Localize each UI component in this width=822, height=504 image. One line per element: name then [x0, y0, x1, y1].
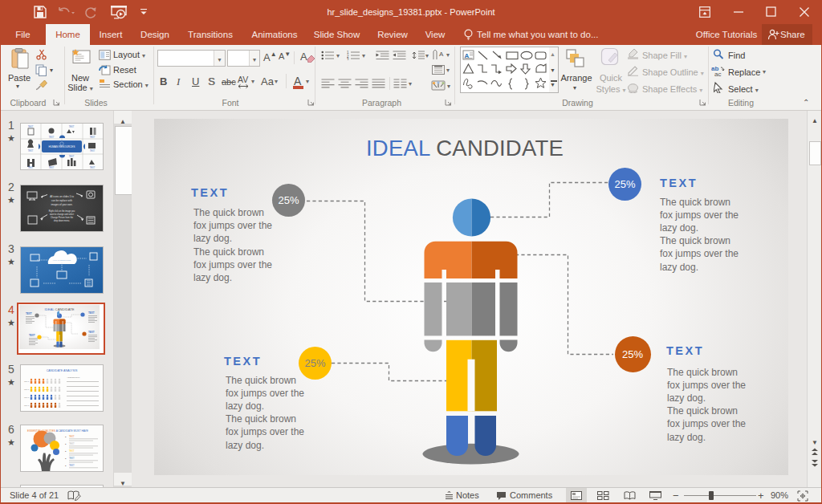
- svg-text:ASSESSMENT: ASSESSMENT: [67, 376, 80, 379]
- svg-text:TEXT: TEXT: [69, 464, 75, 467]
- svg-text:ESSENTIAL QUALITIES A CANDIDAT: ESSENTIAL QUALITIES A CANDIDATE MUST HAV…: [27, 429, 88, 433]
- svg-text:CANDIDATE ANALYSIS: CANDIDATE ANALYSIS: [47, 369, 78, 372]
- svg-text:HUMAN RESOURCES: HUMAN RESOURCES: [49, 145, 75, 148]
- svg-text:ac: ac: [714, 71, 721, 77]
- svg-text:TEXT: TEXT: [26, 312, 32, 315]
- svg-text:TEXT: TEXT: [49, 166, 55, 169]
- svg-text:TEXT: TEXT: [28, 149, 34, 152]
- svg-text:TEXT: TEXT: [88, 311, 95, 315]
- svg-text:TEXT: TEXT: [69, 435, 75, 438]
- svg-text:TEXT: TEXT: [90, 166, 96, 169]
- svg-text:drop down menu.: drop down menu.: [54, 219, 70, 222]
- svg-text:TEXT: TEXT: [28, 166, 34, 169]
- svg-text:TEXT: TEXT: [69, 155, 75, 158]
- svg-text:images of your own.: images of your own.: [51, 203, 73, 206]
- svg-text:3: 3: [347, 58, 349, 61]
- svg-text:TEXT: TEXT: [69, 457, 75, 460]
- svg-text:TEXT: TEXT: [24, 380, 30, 383]
- svg-text:TEXT: TEXT: [90, 149, 96, 152]
- svg-text:A: A: [439, 51, 444, 58]
- svg-text:TEXT: TEXT: [69, 125, 75, 128]
- svg-text:Change Picture from the: Change Picture from the: [51, 216, 74, 219]
- svg-text:TEXT: TEXT: [49, 136, 55, 139]
- svg-text:TEXT: TEXT: [24, 396, 30, 399]
- svg-text:IDEAL CANDIDATE: IDEAL CANDIDATE: [44, 307, 74, 311]
- svg-text:HUMAN RESOURCES: HUMAN RESOURCES: [53, 259, 71, 261]
- svg-text:TEXT: TEXT: [29, 334, 35, 337]
- svg-text:TEXT: TEXT: [69, 449, 75, 453]
- svg-text:want to change and select: want to change and select: [50, 213, 74, 216]
- svg-text:TEXT: TEXT: [88, 331, 95, 334]
- svg-text:Right click on the image you: Right click on the image you: [49, 209, 75, 213]
- svg-text:TEXT: TEXT: [24, 388, 30, 391]
- svg-text:TEXT: TEXT: [69, 442, 75, 445]
- svg-text:TEXT: TEXT: [90, 136, 96, 139]
- svg-text:TEXT: TEXT: [24, 404, 30, 407]
- svg-text:TEXT: TEXT: [28, 125, 34, 128]
- svg-text:All icons on slides 5 to: All icons on slides 5 to: [50, 195, 74, 198]
- svg-text:can be replace with: can be replace with: [51, 199, 72, 202]
